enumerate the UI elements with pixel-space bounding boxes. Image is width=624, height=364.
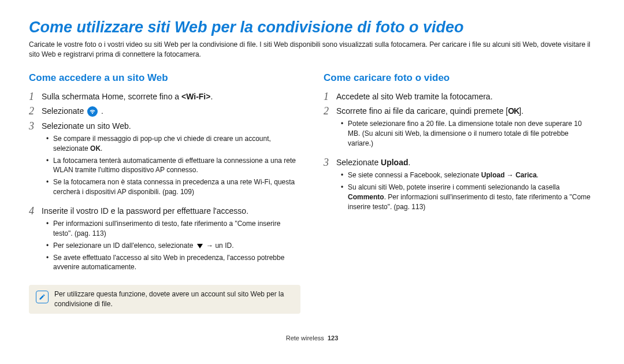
step2-text-post: .	[101, 106, 103, 116]
bullet-text: Se siete connessi a Facebook, selezionat…	[348, 171, 481, 179]
footer-section: Rete wireless	[286, 335, 324, 341]
ok-icon: OK	[508, 105, 519, 117]
ok-label: OK	[90, 144, 101, 153]
step4-text: Inserite il vostro ID e la password per …	[42, 206, 248, 216]
upload-label: Upload	[381, 158, 408, 167]
right-column: Come caricare foto o video 1 Accedete al…	[324, 72, 595, 314]
list-item: Se avete effettuato l'accesso al sito We…	[46, 253, 300, 273]
down-triangle-icon	[197, 244, 203, 248]
step-number: 2	[29, 105, 42, 118]
pencil-note-icon	[36, 291, 49, 303]
left-column: Come accedere a un sito Web 1 Sulla sche…	[29, 72, 300, 314]
step-number: 2	[324, 105, 336, 118]
step1-text-post: .	[210, 92, 213, 101]
commento-label: Commento	[348, 193, 384, 201]
list-item: Se la fotocamera non è stata connessa in…	[46, 177, 300, 197]
step-number: 1	[324, 91, 336, 103]
page-footer: Rete wireless 123	[29, 335, 595, 341]
intro-text: Caricate le vostre foto o i vostri video…	[29, 40, 595, 60]
step-3: 3 Selezionate un sito Web. Se compare il…	[29, 120, 300, 203]
step-number: 3	[29, 120, 42, 133]
step2-text-pre: Selezionate	[42, 106, 86, 116]
note-text: Per utilizzare questa funzione, dovete a…	[54, 289, 294, 309]
bullet-text: . Per informazioni sull'inserimento di t…	[348, 193, 590, 211]
list-item: Potete selezionare fino a 20 file. La di…	[341, 119, 595, 148]
wifi-icon	[87, 106, 98, 117]
step3-text: Selezionate un sito Web.	[42, 121, 131, 131]
list-item: Su alcuni siti Web, potete inserire i co…	[341, 183, 595, 211]
step1-text-pre: Sulla schermata Home, scorrete fino a	[42, 92, 181, 101]
step1-text: Accedete al sito Web tramite la fotocame…	[336, 92, 493, 101]
bullet-text: .	[537, 171, 538, 179]
carica-label: Carica	[515, 171, 537, 179]
list-item: La fotocamera tenterà automaticamente di…	[46, 156, 300, 176]
list-item: Se siete connessi a Facebook, selezionat…	[341, 170, 595, 180]
step-2: 2 Selezionate .	[29, 105, 300, 118]
bullet-text: → un ID.	[205, 242, 234, 250]
page-title: Come utilizzare siti Web per la condivis…	[29, 18, 595, 36]
left-heading: Come accedere a un sito Web	[29, 72, 300, 84]
step-2: 2 Scorrete fino ai file da caricare, qui…	[324, 105, 595, 154]
upload-label: Upload	[481, 171, 505, 179]
step3-text-post: .	[408, 158, 411, 167]
arrow-text: →	[504, 171, 515, 179]
bullet-text: Per selezionare un ID dall'elenco, selez…	[53, 242, 195, 250]
list-item: Se compare il messaggio di pop-up che vi…	[46, 134, 300, 154]
list-item: Per selezionare un ID dall'elenco, selez…	[46, 241, 300, 251]
step2-text-post: ].	[519, 106, 523, 116]
step-1: 1 Accedete al sito Web tramite la fotoca…	[324, 91, 595, 103]
list-item: Per informazioni sull'inserimento di tes…	[46, 219, 300, 239]
step-4: 4 Inserite il vostro ID e la password pe…	[29, 205, 300, 278]
page-number: 123	[328, 335, 338, 341]
bullet-text: .	[101, 144, 102, 153]
right-heading: Come caricare foto o video	[324, 72, 595, 84]
step-number: 3	[324, 157, 336, 169]
step-1: 1 Sulla schermata Home, scorrete fino a …	[29, 91, 300, 103]
bullet-text: Su alcuni siti Web, potete inserire i co…	[348, 183, 560, 191]
step3-text-pre: Selezionate	[336, 158, 381, 167]
step-3: 3 Selezionate Upload. Se siete connessi …	[324, 157, 595, 217]
wifi-label: <Wi-Fi>	[181, 92, 210, 101]
bullet-text: Se compare il messaggio di pop-up che vi…	[53, 135, 271, 153]
note-box: Per utilizzare questa funzione, dovete a…	[29, 285, 300, 314]
step-number: 1	[29, 91, 42, 103]
step2-text-pre: Scorrete fino ai file da caricare, quind…	[336, 106, 508, 116]
step-number: 4	[29, 205, 42, 218]
